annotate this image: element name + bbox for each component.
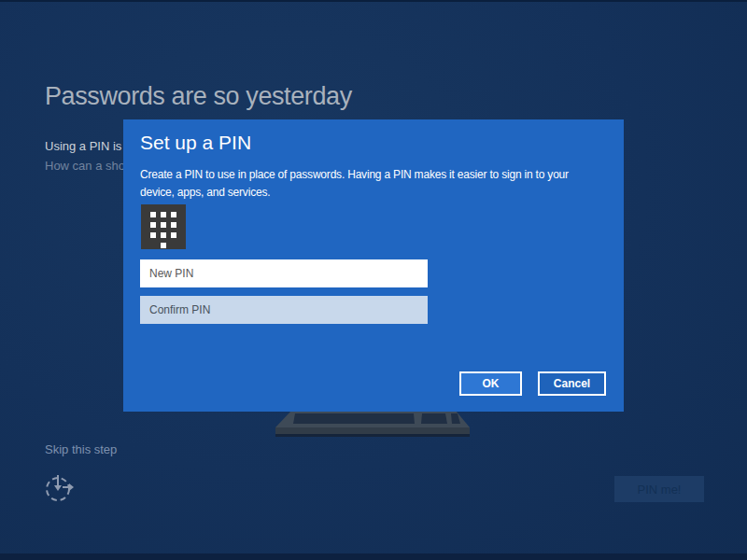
dialog-description: Create a PIN to use in place of password…	[140, 166, 569, 202]
dialog-title: Set up a PIN	[140, 132, 251, 154]
screen-bottom-edge	[0, 553, 747, 560]
pin-me-button[interactable]: PIN me!	[614, 476, 704, 502]
skip-this-step-link[interactable]: Skip this step	[45, 442, 117, 456]
ease-of-access-icon[interactable]	[43, 472, 75, 504]
pin-dialog: Set up a PIN Create a PIN to use in plac…	[123, 119, 624, 412]
page-subtitle: Using a PIN is fa How can a short	[45, 136, 135, 175]
page-subtitle-line2: How can a short	[45, 156, 135, 175]
oobe-screen: Passwords are so yesterday Using a PIN i…	[0, 0, 747, 560]
page-subtitle-line1: Using a PIN is fa	[45, 136, 135, 156]
dialog-description-line1: Create a PIN to use in place of password…	[140, 166, 569, 184]
page-title: Passwords are so yesterday	[45, 82, 352, 111]
dialog-description-line2: device, apps, and services.	[140, 184, 569, 202]
screen-top-edge	[0, 0, 747, 2]
pin-keypad-icon	[141, 204, 186, 249]
confirm-pin-input[interactable]	[140, 296, 428, 324]
cancel-button[interactable]: Cancel	[538, 371, 606, 396]
keyboard-icon	[264, 409, 477, 442]
ok-button[interactable]: OK	[459, 371, 522, 396]
new-pin-input[interactable]	[140, 259, 428, 287]
